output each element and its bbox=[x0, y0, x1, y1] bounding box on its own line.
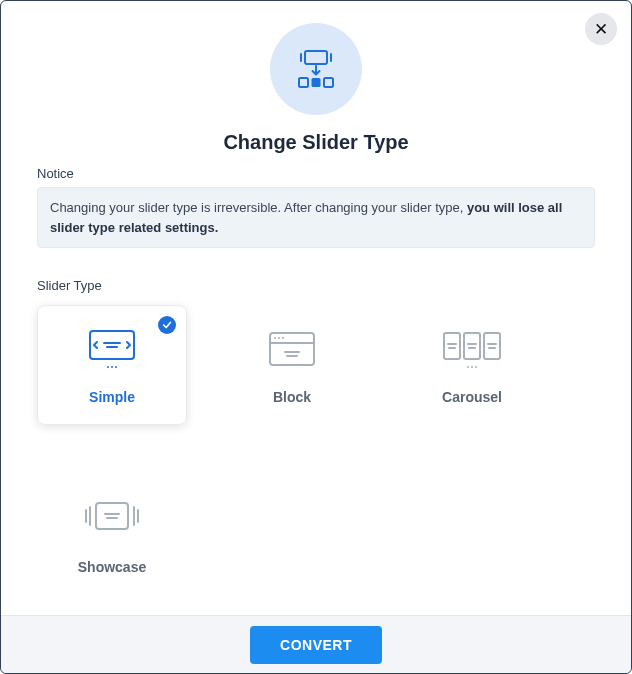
selected-check-badge bbox=[158, 316, 176, 334]
option-label: Carousel bbox=[442, 389, 502, 405]
check-icon bbox=[162, 320, 172, 330]
svg-rect-19 bbox=[484, 333, 500, 359]
svg-rect-0 bbox=[305, 51, 327, 64]
close-button[interactable]: ✕ bbox=[585, 13, 617, 45]
svg-point-12 bbox=[274, 337, 276, 339]
modal-footer: CONVERT bbox=[1, 615, 631, 673]
svg-rect-4 bbox=[90, 331, 134, 359]
slider-type-option-showcase[interactable]: Showcase bbox=[37, 475, 187, 595]
svg-rect-3 bbox=[324, 78, 333, 87]
slider-type-option-carousel[interactable]: Carousel bbox=[397, 305, 547, 425]
option-label: Showcase bbox=[78, 559, 146, 575]
convert-button[interactable]: CONVERT bbox=[250, 626, 382, 664]
svg-rect-29 bbox=[96, 503, 128, 529]
svg-point-8 bbox=[111, 366, 113, 368]
svg-point-14 bbox=[282, 337, 284, 339]
showcase-slider-icon bbox=[76, 495, 148, 545]
modal-hero: Change Slider Type bbox=[37, 23, 595, 154]
svg-rect-18 bbox=[464, 333, 480, 359]
notice-box: Changing your slider type is irreversibl… bbox=[37, 187, 595, 248]
modal-content: Change Slider Type Notice Changing your … bbox=[1, 1, 631, 615]
block-slider-icon bbox=[260, 325, 324, 375]
option-label: Simple bbox=[89, 389, 135, 405]
notice-label: Notice bbox=[37, 166, 595, 181]
svg-point-13 bbox=[278, 337, 280, 339]
svg-point-26 bbox=[467, 366, 469, 368]
svg-point-28 bbox=[475, 366, 477, 368]
option-label: Block bbox=[273, 389, 311, 405]
svg-rect-2 bbox=[299, 78, 308, 87]
slider-type-label: Slider Type bbox=[37, 278, 595, 293]
slider-type-options: Simple Block bbox=[37, 305, 595, 595]
simple-slider-icon bbox=[80, 325, 144, 375]
svg-rect-17 bbox=[444, 333, 460, 359]
slider-type-option-block[interactable]: Block bbox=[217, 305, 367, 425]
change-slider-type-modal: ✕ Change Slider Type Notice bbox=[0, 0, 632, 674]
hero-icon-circle bbox=[270, 23, 362, 115]
svg-point-27 bbox=[471, 366, 473, 368]
svg-rect-10 bbox=[270, 333, 314, 365]
slider-type-option-simple[interactable]: Simple bbox=[37, 305, 187, 425]
notice-text: Changing your slider type is irreversibl… bbox=[50, 200, 467, 215]
svg-rect-1 bbox=[312, 78, 321, 87]
carousel-slider-icon bbox=[436, 325, 508, 375]
convert-slider-icon bbox=[290, 43, 342, 95]
svg-point-7 bbox=[107, 366, 109, 368]
close-icon: ✕ bbox=[594, 19, 608, 40]
modal-title: Change Slider Type bbox=[223, 131, 408, 154]
svg-point-9 bbox=[115, 366, 117, 368]
